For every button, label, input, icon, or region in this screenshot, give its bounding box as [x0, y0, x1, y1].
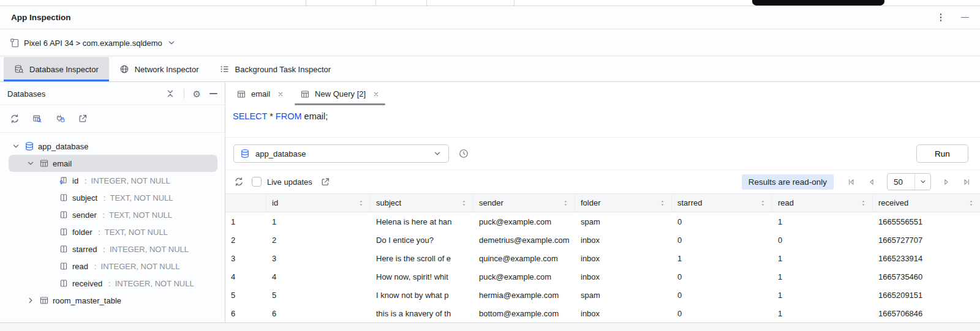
tab-network-inspector[interactable]: Network Inspector	[109, 57, 209, 81]
column-header-read[interactable]: read	[772, 194, 873, 212]
table-cell: 1	[772, 267, 873, 286]
row-number: 4	[225, 267, 266, 286]
table-row[interactable]: 66this is a knavery of thbottom@example.…	[225, 304, 980, 322]
table-cell: 0	[672, 212, 772, 231]
editor-tabbar: emailNew Query [2]	[225, 83, 980, 105]
gear-icon[interactable]: ⚙	[193, 89, 201, 99]
live-updates-checkbox[interactable]	[252, 177, 262, 187]
column-header-starred[interactable]: starred	[672, 194, 772, 212]
sort-icon[interactable]	[860, 198, 867, 208]
table-icon	[236, 89, 246, 99]
query-history-icon[interactable]	[459, 149, 469, 158]
sort-icon[interactable]	[659, 198, 666, 208]
table-cell: 5	[266, 286, 371, 304]
chevron-down-icon[interactable]	[26, 158, 36, 168]
table-cell: 1	[672, 249, 772, 267]
first-page-icon[interactable]	[846, 177, 856, 187]
table-row[interactable]: 55I know not by what phermia@example.com…	[225, 286, 980, 304]
table-cell: 6	[266, 304, 371, 322]
sort-icon[interactable]	[968, 198, 974, 208]
table-search-icon[interactable]	[32, 114, 42, 124]
close-icon[interactable]	[277, 91, 284, 98]
sql-token: *	[267, 111, 276, 121]
results-table-header: idsubjectsenderfolderstarredreadreceived	[225, 193, 980, 212]
table-row[interactable]: 44How now, spirit! whitpuck@example.comi…	[225, 267, 980, 286]
tree-item-email[interactable]: email	[9, 155, 217, 172]
column-icon	[59, 227, 69, 237]
chevron-down-icon	[167, 38, 176, 48]
tree-item-name: folder	[72, 228, 92, 237]
row-number: 2	[225, 231, 266, 249]
more-vertical-icon[interactable]	[939, 12, 943, 23]
device-selector-bar[interactable]: Pixel 6 API 34 > com.example.sqldemo	[0, 30, 980, 56]
tree-item-room_master_table[interactable]: room_master_table	[0, 292, 225, 309]
page-size-value: 50	[888, 177, 914, 187]
column-header-folder[interactable]: folder	[575, 194, 672, 212]
table-cell: puck@example.com	[473, 267, 575, 286]
export-icon[interactable]	[320, 177, 330, 187]
tree-item-name: subject	[72, 193, 97, 203]
tab-background-task-inspector[interactable]: Background Task Inspector	[209, 57, 342, 81]
sort-icon[interactable]	[461, 198, 467, 208]
sort-icon[interactable]	[358, 198, 364, 208]
tree-item-folder[interactable]: folder : TEXT, NOT NULL	[0, 223, 225, 240]
sort-icon[interactable]	[760, 198, 766, 208]
table-cell: How now, spirit! whit	[371, 267, 473, 286]
table-row[interactable]: 22Do I entice you?demetrius@example.comi…	[225, 231, 980, 249]
page-size-combobox[interactable]: 50	[887, 173, 931, 190]
table-cell: 1665209151	[873, 286, 980, 304]
collapse-all-icon[interactable]	[165, 89, 175, 99]
database-combobox[interactable]: app_database	[233, 144, 449, 163]
editor-tab-1[interactable]: New Query [2]	[294, 83, 386, 105]
sort-icon[interactable]	[562, 198, 569, 208]
table-row[interactable]: 33Here is the scroll of equince@example.…	[225, 249, 980, 267]
refresh-icon[interactable]	[234, 177, 244, 187]
tab-label: Network Inspector	[135, 65, 199, 74]
tree-item-starred[interactable]: starred : INTEGER, NOT NULL	[0, 240, 225, 258]
refresh-icon[interactable]	[10, 114, 20, 124]
next-page-icon[interactable]	[941, 177, 951, 187]
chevron-down-icon[interactable]	[11, 141, 21, 151]
top-overlay-fragment	[752, 0, 884, 6]
tree-item-name: email	[53, 159, 72, 168]
tree-item-read[interactable]: read : INTEGER, NOT NULL	[0, 258, 225, 275]
editor-tab-0[interactable]: email	[230, 83, 290, 105]
column-header-received[interactable]: received	[873, 194, 980, 212]
tree-item-subject[interactable]: subject : TEXT, NOT NULL	[0, 189, 225, 206]
tree-item-sender[interactable]: sender : TEXT, NOT NULL	[0, 206, 225, 223]
top-edge-fragment	[0, 0, 980, 6]
results-table: idsubjectsenderfolderstarredreadreceived…	[225, 193, 980, 323]
tree-item-id[interactable]: id : INTEGER, NOT NULL	[0, 172, 225, 189]
query-results-panel: emailNew Query [2] SELECT * FROM email; …	[225, 83, 980, 323]
chevron-right-icon[interactable]	[26, 296, 36, 305]
column-key-icon	[59, 176, 69, 185]
table-row[interactable]: 11Helena is here at hanpuck@example.coms…	[225, 212, 980, 231]
table-cell: 1665735460	[873, 267, 980, 286]
minimize-icon[interactable]	[961, 17, 969, 18]
column-header-subject[interactable]: subject	[371, 194, 473, 212]
column-header-sender[interactable]: sender	[473, 194, 575, 212]
sql-editor[interactable]: SELECT * FROM email;	[225, 105, 980, 138]
keep-connections-open-icon[interactable]	[55, 114, 65, 124]
databases-toolbar	[0, 105, 225, 133]
close-icon[interactable]	[372, 91, 380, 98]
column-header-id[interactable]: id	[266, 194, 371, 212]
column-icon	[59, 278, 69, 288]
tree-item-received[interactable]: received : INTEGER, NOT NULL	[0, 275, 225, 292]
previous-page-icon[interactable]	[867, 177, 876, 187]
database-search-icon	[14, 64, 24, 74]
editor-tab-label: New Query [2]	[315, 89, 366, 99]
globe-icon	[119, 64, 129, 74]
last-page-icon[interactable]	[962, 177, 971, 187]
table-cell: I know not by what p	[371, 286, 473, 304]
tree-item-type: : INTEGER, NOT NULL	[82, 176, 170, 185]
table-cell: inbox	[575, 231, 672, 249]
run-button[interactable]: Run	[916, 144, 968, 163]
hide-icon[interactable]	[209, 93, 217, 94]
tab-database-inspector[interactable]: Database Inspector	[4, 57, 109, 81]
tree-item-app_database[interactable]: app_database	[0, 138, 225, 155]
export-icon[interactable]	[78, 114, 88, 124]
pagination-controls: 50	[846, 173, 971, 190]
table-cell: inbox	[575, 267, 672, 286]
row-number-header	[225, 194, 266, 212]
